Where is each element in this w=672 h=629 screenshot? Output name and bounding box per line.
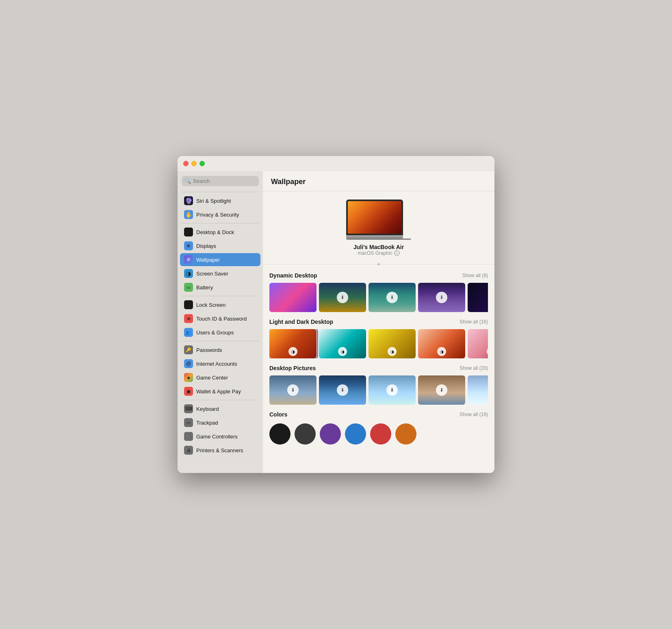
section-dynamic: Dynamic Desktop Show all (8) ⬇ ⬇ ⬇ [269, 272, 488, 312]
scroll-indicator: ▲ [263, 261, 494, 266]
wallpaper-thumb-l3[interactable]: ◑ [369, 329, 416, 358]
color-blue[interactable] [345, 423, 366, 445]
keyboard-icon: ⌨ [184, 404, 193, 413]
section-title-lightdark: Light and Dark Desktop [269, 319, 333, 325]
wallpaper-sections: Dynamic Desktop Show all (8) ⬇ ⬇ ⬇ [263, 267, 494, 458]
wallpaper-thumb-d1[interactable] [269, 283, 316, 312]
wallpaper-thumb-d5[interactable] [468, 283, 488, 312]
sidebar-item-printers[interactable]: 🖨 Printers & Scanners [180, 444, 260, 457]
wallet-icon: ▣ [184, 387, 193, 396]
info-icon[interactable]: ⓘ [394, 250, 400, 256]
sidebar: 🔍 🔮 Siri & Spotlight ✋ Privacy & Securit… [178, 171, 263, 473]
sidebar-label-dock: Desktop & Dock [196, 229, 234, 235]
sidebar-item-gamecontrollers[interactable]: 🎮 Game Controllers [180, 430, 260, 443]
wallpaper-icon: ❊ [184, 255, 193, 264]
download-badge-p2: ⬇ [337, 384, 348, 396]
traffic-lights [183, 161, 205, 166]
sidebar-item-trackpad[interactable]: ▭ Trackpad [180, 416, 260, 429]
wallpaper-thumb-l5[interactable]: ◑ [468, 329, 488, 358]
sidebar-label-trackpad: Trackpad [196, 420, 218, 426]
sidebar-label-passwords: Passwords [196, 347, 222, 353]
lockscreen-icon: ▣ [184, 300, 193, 309]
color-darkgray[interactable] [295, 423, 316, 445]
wallpaper-thumb-d2[interactable]: ⬇ [319, 283, 366, 312]
trackpad-icon: ▭ [184, 418, 193, 427]
search-icon: 🔍 [185, 178, 191, 184]
download-badge-d2: ⬇ [337, 292, 348, 303]
wallpaper-thumb-d4[interactable]: ⬇ [418, 283, 465, 312]
sidebar-item-privacy[interactable]: ✋ Privacy & Security [180, 208, 260, 221]
download-badge-p1: ⬇ [287, 384, 299, 396]
wallpaper-thumb-l1[interactable]: ◑ [269, 329, 316, 358]
sidebar-item-touchid[interactable]: ⊕ Touch ID & Password [180, 312, 260, 325]
lightdark-badge-l5: ◑ [487, 347, 488, 356]
wallpaper-thumb-p3[interactable]: ⬇ [369, 375, 416, 405]
show-all-colors[interactable]: Show all (19) [460, 412, 488, 417]
lightdark-badge-l4: ◑ [437, 347, 446, 356]
macbook-base [346, 239, 411, 240]
sidebar-label-siri: Siri & Spotlight [196, 198, 231, 204]
macbook-screen [346, 200, 403, 235]
battery-icon: ▭ [184, 283, 193, 292]
lightdark-badge-l3: ◑ [388, 347, 397, 356]
section-desktop: Desktop Pictures Show all (20) ⬇ ⬇ ⬇ [269, 365, 488, 405]
show-all-desktop[interactable]: Show all (20) [460, 365, 488, 371]
sidebar-label-internet: Internet Accounts [196, 361, 237, 367]
color-black[interactable] [269, 423, 290, 445]
sidebar-item-wallet[interactable]: ▣ Wallet & Apple Pay [180, 385, 260, 398]
grid-lightdark: ◑ ◑ ◑ ◑ ◑ [269, 329, 488, 358]
sidebar-label-wallet: Wallet & Apple Pay [196, 388, 241, 395]
wallpaper-thumb-p4[interactable]: ⬇ [418, 375, 465, 405]
section-lightdark: Light and Dark Desktop Show all (16) ◑ ◑… [269, 319, 488, 358]
sidebar-item-wallpaper[interactable]: ❊ Wallpaper [180, 253, 260, 266]
sidebar-item-dock[interactable]: ▣ Desktop & Dock [180, 226, 260, 239]
macbook-wallpaper-preview [348, 201, 401, 234]
wallpaper-thumb-p5[interactable] [468, 375, 488, 405]
main-content: Wallpaper Juli's MacBook Air macOS Graph… [263, 171, 494, 473]
sidebar-label-displays: Displays [196, 243, 216, 249]
sidebar-divider-1 [182, 192, 259, 192]
minimize-button[interactable] [191, 161, 197, 166]
displays-icon: ✳ [184, 241, 193, 250]
sidebar-item-battery[interactable]: ▭ Battery [180, 281, 260, 294]
color-purple[interactable] [320, 423, 341, 445]
sidebar-item-keyboard[interactable]: ⌨ Keyboard [180, 402, 260, 415]
sidebar-label-keyboard: Keyboard [196, 406, 219, 412]
search-bar[interactable]: 🔍 [182, 176, 259, 186]
section-header-colors: Colors Show all (19) [269, 411, 488, 418]
maximize-button[interactable] [199, 161, 205, 166]
sidebar-divider-5 [182, 400, 259, 400]
wallpaper-thumb-l2[interactable]: ◑ [319, 329, 366, 358]
wallpaper-thumb-l4[interactable]: ◑ [418, 329, 465, 358]
color-red[interactable] [370, 423, 391, 445]
sidebar-item-screensaver[interactable]: ◑ Screen Saver [180, 267, 260, 280]
lightdark-badge-l2: ◑ [338, 347, 347, 356]
sidebar-item-passwords[interactable]: 🔑 Passwords [180, 343, 260, 356]
search-input[interactable] [193, 178, 256, 184]
wallpaper-thumb-p2[interactable]: ⬇ [319, 375, 366, 405]
sidebar-label-wallpaper: Wallpaper [196, 257, 220, 263]
sidebar-label-lockscreen: Lock Screen [196, 302, 225, 308]
sidebar-item-internet[interactable]: @ Internet Accounts [180, 357, 260, 370]
color-orange[interactable] [395, 423, 416, 445]
sidebar-item-users[interactable]: 👥 Users & Groups [180, 326, 260, 339]
close-button[interactable] [183, 161, 189, 166]
grid-desktop: ⬇ ⬇ ⬇ ⬇ [269, 375, 488, 405]
titlebar [178, 156, 494, 171]
internet-icon: @ [184, 359, 193, 368]
sidebar-label-screensaver: Screen Saver [196, 271, 228, 277]
sidebar-item-lockscreen[interactable]: ▣ Lock Screen [180, 298, 260, 311]
screensaver-icon: ◑ [184, 269, 193, 278]
sidebar-item-displays[interactable]: ✳ Displays [180, 239, 260, 252]
main-header: Wallpaper [263, 171, 494, 191]
section-title-dynamic: Dynamic Desktop [269, 272, 317, 279]
sidebar-item-gamecenter[interactable]: ◈ Game Center [180, 371, 260, 384]
privacy-icon: ✋ [184, 210, 193, 219]
wallpaper-thumb-d3[interactable]: ⬇ [369, 283, 416, 312]
sidebar-item-siri[interactable]: 🔮 Siri & Spotlight [180, 194, 260, 207]
colors-grid [269, 422, 488, 446]
download-badge-d3: ⬇ [386, 292, 398, 303]
show-all-dynamic[interactable]: Show all (8) [462, 273, 488, 278]
show-all-lightdark[interactable]: Show all (16) [460, 319, 488, 325]
wallpaper-thumb-p1[interactable]: ⬇ [269, 375, 316, 405]
